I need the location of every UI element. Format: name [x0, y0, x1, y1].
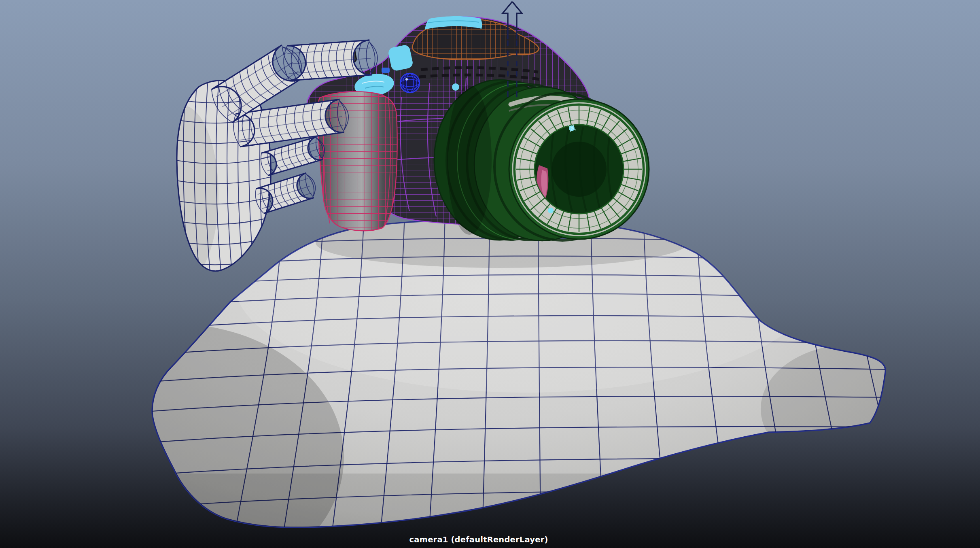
- hud-camera-label: camera1 (defaultRenderLayer): [409, 535, 548, 544]
- camera-grip[interactable]: [318, 91, 397, 231]
- maya-viewport[interactable]: camera1 (defaultRenderLayer): [0, 0, 980, 548]
- blue-sliver-detail: [382, 68, 390, 73]
- grip-wireframe: [318, 91, 397, 231]
- palm-shading: [146, 105, 218, 283]
- camera-lens[interactable]: [434, 80, 649, 241]
- lens-body-shadow: [447, 85, 492, 235]
- camera-button-cyan[interactable]: [452, 83, 459, 91]
- camera-mode-dial[interactable]: [400, 73, 420, 93]
- scene-canvas: [0, 0, 980, 548]
